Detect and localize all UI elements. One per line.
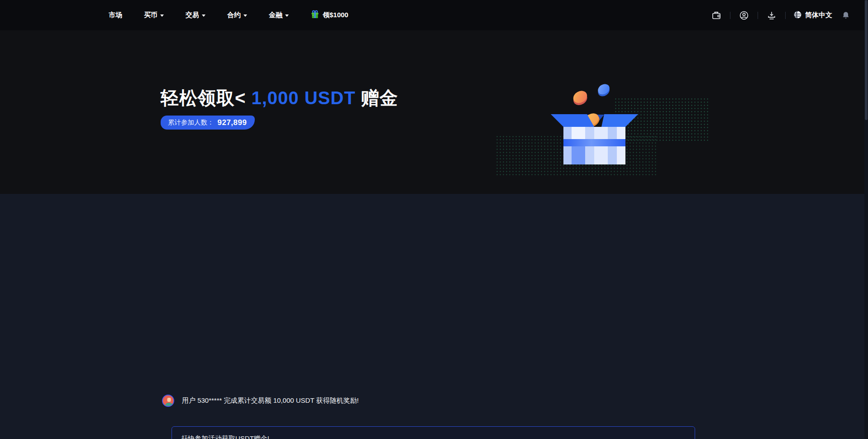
winner-message: 用户 530***** 完成累计交易额 10,000 USDT 获得随机奖励!: [182, 396, 359, 405]
nav-item-label: 金融: [269, 11, 282, 19]
scrollbar-track[interactable]: [864, 0, 868, 439]
page: 市场 买币 交易 合约 金融: [0, 0, 868, 439]
main-content: 用户 530***** 完成累计交易额 10,000 USDT 获得随机奖励! …: [0, 194, 868, 439]
participants-label: 累计参加人数：: [168, 118, 214, 127]
nav-menu: 市场 买币 交易 合约 金融: [109, 10, 348, 20]
chevron-down-icon: [202, 14, 205, 17]
participants-badge: 累计参加人数： 927,899: [161, 116, 255, 130]
language-selector[interactable]: 简体中文: [793, 10, 832, 20]
hero-title-part1: 轻松领取<: [161, 88, 246, 108]
globe-icon: [793, 10, 802, 20]
nav-item-label: 合约: [227, 11, 241, 19]
top-nav: 市场 买币 交易 合约 金融: [0, 0, 868, 30]
scrollbar-thumb[interactable]: [865, 0, 868, 120]
hero-title-highlight: 1,000 USDT: [246, 88, 361, 108]
nav-item-market[interactable]: 市场: [109, 11, 122, 19]
chevron-down-icon: [285, 14, 289, 17]
gift-icon: [310, 10, 320, 20]
winner-ticker: 用户 530***** 完成累计交易额 10,000 USDT 获得随机奖励!: [162, 395, 359, 407]
giftbox-graphic: [489, 68, 715, 186]
nav-item-trade[interactable]: 交易: [186, 11, 205, 19]
giftbox-illustration: [489, 68, 715, 186]
hero-title-part2: 赠金: [361, 88, 398, 108]
hero-title: 轻松领取< 1,000 USDT 赠金: [161, 86, 398, 111]
nav-claim-1000-button[interactable]: 领$1000: [310, 10, 348, 20]
participants-count: 927,899: [218, 118, 247, 127]
nav-item-contracts[interactable]: 合约: [227, 11, 247, 19]
chevron-down-icon: [160, 14, 164, 17]
nav-item-finance[interactable]: 金融: [269, 11, 289, 19]
wallet-icon[interactable]: [711, 10, 722, 21]
nav-item-buy[interactable]: 买币: [144, 11, 164, 19]
language-label: 简体中文: [805, 11, 832, 19]
user-icon[interactable]: [738, 10, 750, 21]
bell-icon[interactable]: [840, 10, 852, 21]
activity-message: 赶快参加活动获取USDT赠金!: [181, 434, 269, 439]
nav-item-label: 买币: [144, 11, 157, 19]
divider: [730, 12, 730, 19]
divider: [758, 12, 758, 19]
divider: [785, 12, 786, 19]
chevron-down-icon: [243, 14, 247, 17]
nav-item-label: 交易: [186, 11, 199, 19]
download-icon[interactable]: [766, 10, 777, 21]
nav-item-label: 市场: [109, 11, 122, 19]
nav-claim-label: 领$1000: [323, 11, 348, 19]
winner-avatar: [162, 395, 174, 407]
hero-banner: 轻松领取< 1,000 USDT 赠金 累计参加人数： 927,899: [0, 30, 868, 194]
nav-right-tools: 简体中文: [711, 0, 852, 30]
activity-message-box: 赶快参加活动获取USDT赠金!: [172, 426, 695, 439]
